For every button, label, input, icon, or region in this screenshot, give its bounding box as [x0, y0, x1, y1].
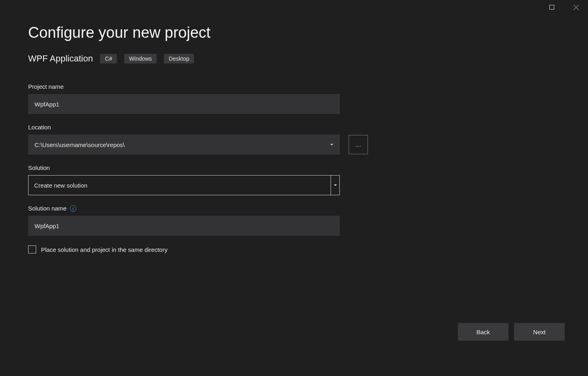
template-info: WPF Application C# Windows Desktop — [28, 53, 560, 64]
solution-value: Create new solution — [29, 176, 331, 195]
close-button[interactable] — [564, 0, 588, 14]
chevron-down-icon — [334, 184, 337, 186]
location-value: C:\Users\username\source\repos\ — [35, 141, 125, 148]
info-icon[interactable]: i — [70, 205, 76, 212]
template-name: WPF Application — [28, 53, 93, 64]
solution-label: Solution — [28, 164, 560, 171]
solution-name-input[interactable] — [28, 216, 340, 236]
svg-rect-0 — [550, 5, 554, 10]
solution-name-label: Solution name — [28, 205, 67, 212]
same-directory-label: Place solution and project in the same d… — [41, 246, 167, 253]
solution-combobox[interactable]: Create new solution — [28, 175, 340, 195]
project-name-label: Project name — [28, 83, 560, 90]
maximize-button[interactable] — [540, 0, 564, 14]
chevron-down-icon — [330, 144, 333, 145]
project-name-input[interactable] — [28, 94, 340, 114]
close-icon — [574, 5, 579, 10]
back-button[interactable]: Back — [458, 323, 508, 341]
page-title: Configure your new project — [28, 24, 560, 41]
tag-project-type: Desktop — [164, 54, 194, 63]
location-combobox[interactable]: C:\Users\username\source\repos\ — [28, 135, 340, 155]
location-label: Location — [28, 124, 560, 131]
tag-language: C# — [100, 54, 117, 63]
browse-location-button[interactable]: ... — [349, 135, 368, 154]
next-button[interactable]: Next — [514, 323, 565, 341]
same-directory-checkbox[interactable] — [28, 245, 36, 253]
tag-platform: Windows — [124, 54, 157, 63]
maximize-icon — [549, 5, 554, 10]
